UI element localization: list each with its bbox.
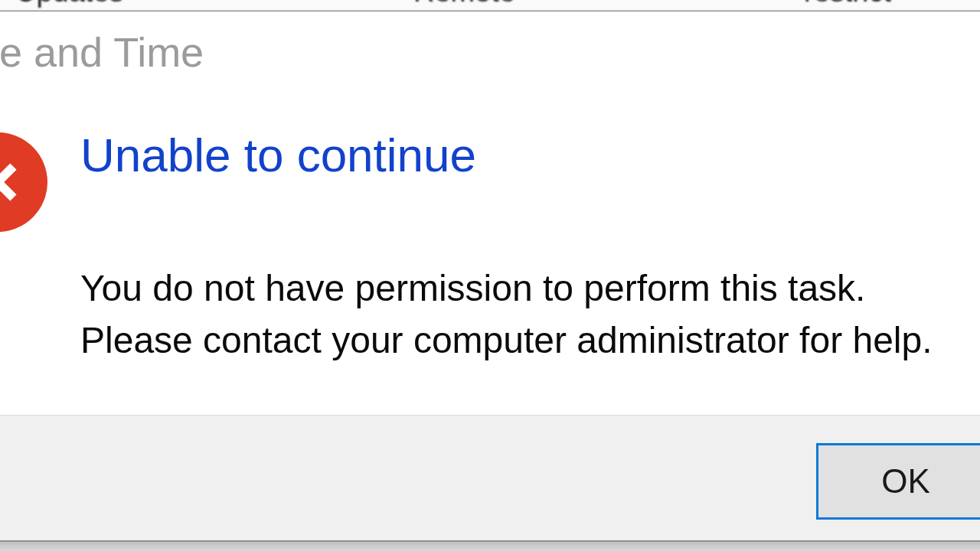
bg-tab-1: Updates <box>15 0 124 8</box>
error-heading: Unable to continue <box>80 128 476 182</box>
error-cross-icon <box>0 132 47 232</box>
ok-button-label: OK <box>881 462 930 500</box>
ok-button[interactable]: OK <box>816 443 980 520</box>
error-body-line1: You do not have permission to perform th… <box>80 262 933 315</box>
error-dialog: e and Time Unable to continue You do not… <box>0 11 980 542</box>
error-body-line2: Please contact your computer administrat… <box>80 315 933 367</box>
background-tab-strip: Updates Remote restrict <box>0 0 980 11</box>
bg-tab-2: Remote <box>413 0 515 8</box>
error-body: You do not have permission to perform th… <box>80 262 933 367</box>
bottom-strip <box>0 542 980 551</box>
dialog-footer: OK <box>0 415 980 540</box>
dialog-title: e and Time <box>0 28 204 76</box>
bg-tab-3: restrict <box>804 0 891 8</box>
